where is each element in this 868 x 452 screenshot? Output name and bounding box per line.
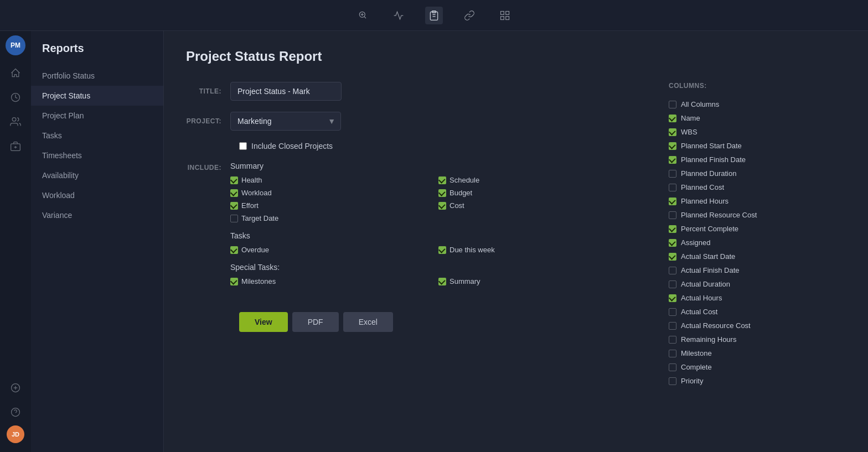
excel-button[interactable]: Excel xyxy=(343,312,393,332)
actual-resource-cost-checkbox[interactable] xyxy=(669,322,676,330)
wbs-checkbox[interactable] xyxy=(669,128,676,136)
all-columns-checkbox[interactable] xyxy=(669,101,676,108)
health-label: Health xyxy=(241,176,262,184)
sidebar-item-workload[interactable]: Workload xyxy=(31,185,163,205)
actual-start-checkbox[interactable] xyxy=(669,253,676,261)
planned-cost-label: Planned Cost xyxy=(681,183,724,191)
overdue-label: Overdue xyxy=(241,246,269,254)
col-actual-duration: Actual Duration xyxy=(669,277,841,291)
planned-resource-cost-checkbox[interactable] xyxy=(669,211,676,219)
view-button[interactable]: View xyxy=(239,312,288,332)
sidebar-item-variance[interactable]: Variance xyxy=(31,205,163,225)
col-remaining-hours: Remaining Hours xyxy=(669,332,841,346)
effort-label: Effort xyxy=(241,201,259,210)
form-grid: TITLE: PROJECT: Marketing Development De… xyxy=(186,82,846,385)
actual-cost-checkbox[interactable] xyxy=(669,308,676,316)
check-health: Health xyxy=(230,176,427,184)
layout-icon[interactable] xyxy=(496,7,514,24)
user-avatar[interactable]: JD xyxy=(7,425,24,443)
workload-checkbox-icon[interactable] xyxy=(230,189,238,197)
planned-finish-checkbox[interactable] xyxy=(669,156,676,164)
project-row: PROJECT: Marketing Development Design Sa… xyxy=(186,112,636,131)
assigned-checkbox[interactable] xyxy=(669,239,676,247)
history-nav-icon[interactable] xyxy=(4,86,27,108)
check-cost: Cost xyxy=(438,201,636,210)
sidebar-item-project-plan[interactable]: Project Plan xyxy=(31,106,163,126)
percent-complete-label: Percent Complete xyxy=(681,225,738,233)
summary-tasks-checkbox-icon[interactable] xyxy=(438,278,446,285)
sidebar-item-project-status[interactable]: Project Status xyxy=(31,86,163,106)
clipboard-icon[interactable] xyxy=(425,7,443,24)
actual-duration-label: Actual Duration xyxy=(681,280,730,288)
milestone-label: Milestone xyxy=(681,349,712,357)
include-closed-checkbox[interactable] xyxy=(239,142,247,150)
pdf-button[interactable]: PDF xyxy=(292,312,339,332)
title-input[interactable] xyxy=(230,82,342,101)
milestones-checkbox-icon[interactable] xyxy=(230,278,238,285)
summary-checkboxes: Health Schedule Workload xyxy=(230,176,636,222)
check-due-this-week: Due this week xyxy=(438,246,636,254)
include-closed-label: Include Closed Projects xyxy=(251,142,333,150)
complete-checkbox[interactable] xyxy=(669,363,676,371)
planned-start-checkbox[interactable] xyxy=(669,142,676,150)
effort-checkbox-icon[interactable] xyxy=(230,202,238,210)
due-this-week-label: Due this week xyxy=(450,246,495,254)
name-checkbox[interactable] xyxy=(669,115,676,122)
cost-checkbox-icon[interactable] xyxy=(438,202,446,210)
search-zoom-icon[interactable] xyxy=(354,7,372,24)
link-icon[interactable] xyxy=(461,7,478,24)
columns-scroll[interactable]: All Columns Name WBS Planned Start Date xyxy=(669,97,846,385)
milestones-label: Milestones xyxy=(241,277,276,285)
home-nav-icon[interactable] xyxy=(4,62,27,84)
col-planned-finish-date: Planned Finish Date xyxy=(669,153,841,167)
users-nav-icon[interactable] xyxy=(4,111,27,133)
form-left: TITLE: PROJECT: Marketing Development De… xyxy=(186,82,636,332)
actual-hours-label: Actual Hours xyxy=(681,294,722,302)
due-this-week-checkbox-icon[interactable] xyxy=(438,246,446,254)
target-date-checkbox[interactable] xyxy=(230,215,238,222)
help-nav-icon[interactable] xyxy=(4,401,27,423)
remaining-hours-checkbox[interactable] xyxy=(669,336,676,344)
col-planned-hours: Planned Hours xyxy=(669,194,841,208)
briefcase-nav-icon[interactable] xyxy=(4,135,27,157)
priority-checkbox[interactable] xyxy=(669,377,676,385)
page-title: Project Status Report xyxy=(186,49,846,64)
percent-complete-checkbox[interactable] xyxy=(669,225,676,233)
add-nav-icon[interactable] xyxy=(4,377,27,399)
check-target-date: Target Date xyxy=(230,214,427,222)
planned-duration-checkbox[interactable] xyxy=(669,170,676,178)
col-assigned: Assigned xyxy=(669,236,841,250)
project-select-wrapper: Marketing Development Design Sales ▼ xyxy=(230,112,341,131)
app-logo[interactable]: PM xyxy=(6,35,25,55)
actual-duration-checkbox[interactable] xyxy=(669,280,676,288)
col-priority: Priority xyxy=(669,374,841,385)
check-overdue: Overdue xyxy=(230,246,427,254)
overdue-checkbox-icon[interactable] xyxy=(230,246,238,254)
milestone-checkbox[interactable] xyxy=(669,350,676,357)
actual-finish-checkbox[interactable] xyxy=(669,267,676,274)
sidebar-item-tasks[interactable]: Tasks xyxy=(31,126,163,146)
main-layout: PM xyxy=(0,31,868,452)
svg-point-10 xyxy=(12,118,16,122)
project-select[interactable]: Marketing Development Design Sales xyxy=(230,112,341,131)
schedule-checkbox-icon[interactable] xyxy=(438,176,446,184)
actual-hours-checkbox[interactable] xyxy=(669,294,676,302)
planned-cost-checkbox[interactable] xyxy=(669,184,676,191)
title-row: TITLE: xyxy=(186,82,636,101)
planned-hours-checkbox[interactable] xyxy=(669,198,676,205)
sidebar-item-portfolio-status[interactable]: Portfolio Status xyxy=(31,66,163,86)
budget-checkbox-icon[interactable] xyxy=(438,189,446,197)
sidebar-item-timesheets[interactable]: Timesheets xyxy=(31,146,163,165)
project-label: PROJECT: xyxy=(186,117,230,125)
include-closed-row: Include Closed Projects xyxy=(239,142,636,150)
health-checkbox-icon[interactable] xyxy=(230,176,238,184)
col-planned-resource-cost: Planned Resource Cost xyxy=(669,208,841,222)
activity-icon[interactable] xyxy=(390,7,407,24)
target-date-label: Target Date xyxy=(241,214,278,222)
check-budget: Budget xyxy=(438,189,636,197)
include-label: INCLUDE: xyxy=(186,162,230,172)
schedule-label: Schedule xyxy=(450,176,479,184)
planned-hours-label: Planned Hours xyxy=(681,197,728,205)
summary-tasks-label: Summary xyxy=(450,277,480,285)
sidebar-item-availability[interactable]: Availability xyxy=(31,165,163,185)
